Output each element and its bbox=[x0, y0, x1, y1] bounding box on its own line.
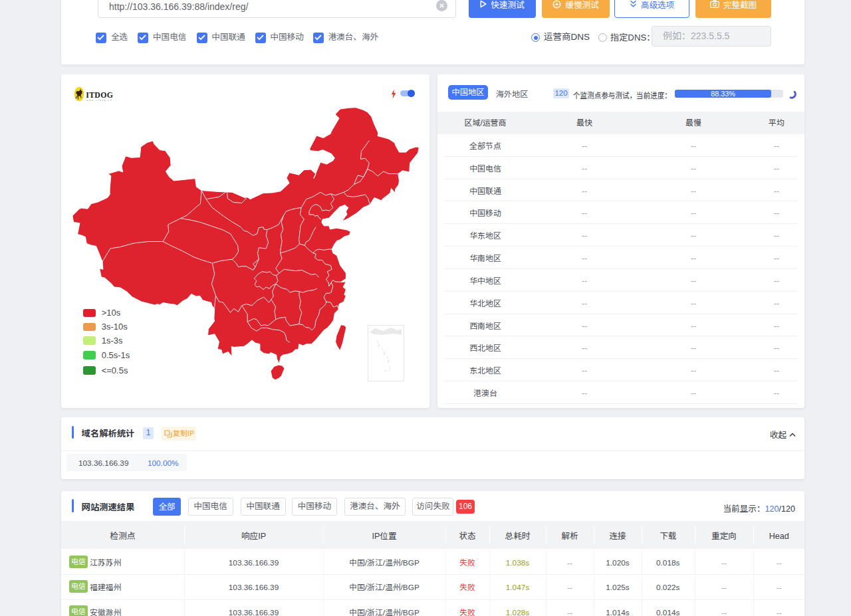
svg-text:ITDOG: ITDOG bbox=[86, 90, 113, 100]
svg-text:w w w . i t d o g . c n: w w w . i t d o g . c n bbox=[86, 99, 112, 102]
